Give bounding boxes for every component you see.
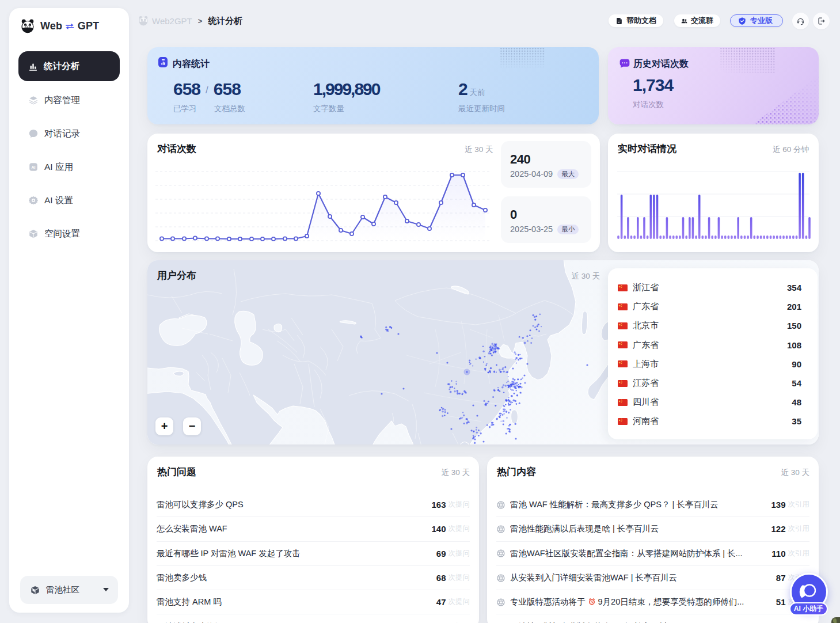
svg-text:AI: AI: [31, 165, 35, 170]
